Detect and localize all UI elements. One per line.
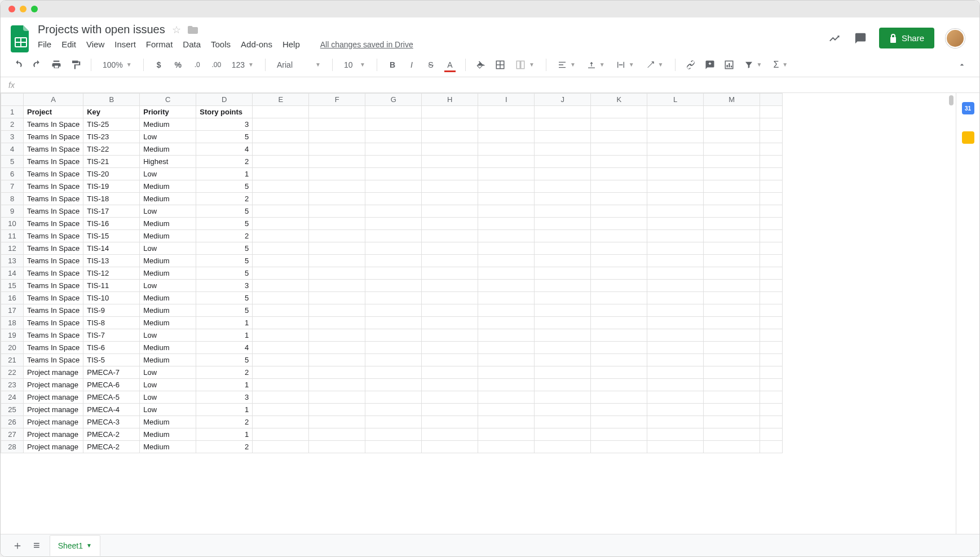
row-header[interactable]: 17	[1, 304, 24, 317]
cell[interactable]	[422, 242, 478, 255]
cell[interactable]	[309, 366, 365, 379]
cell[interactable]	[535, 230, 591, 242]
rotate-icon[interactable]: ▼	[642, 60, 667, 69]
cell[interactable]	[309, 404, 365, 416]
menu-edit[interactable]: Edit	[61, 39, 76, 49]
cell[interactable]	[591, 280, 647, 292]
cell[interactable]	[704, 131, 760, 143]
cell[interactable]: 4	[196, 342, 253, 354]
cell[interactable]	[253, 317, 309, 329]
cell[interactable]: Low	[140, 366, 196, 379]
row-header[interactable]: 12	[1, 242, 24, 255]
cell[interactable]	[422, 342, 478, 354]
cell[interactable]: Low	[140, 379, 196, 391]
cell[interactable]	[535, 354, 591, 366]
cell[interactable]	[253, 156, 309, 168]
cell[interactable]	[591, 242, 647, 255]
cell[interactable]: 1	[196, 317, 253, 329]
cell[interactable]	[591, 416, 647, 428]
row-header[interactable]: 14	[1, 267, 24, 280]
cell[interactable]: PMECA-6	[83, 379, 140, 391]
cell[interactable]: 5	[196, 180, 253, 193]
col-header-L[interactable]: L	[647, 94, 704, 106]
cell[interactable]	[591, 329, 647, 342]
cell[interactable]	[647, 242, 704, 255]
sheets-logo-icon[interactable]	[11, 25, 31, 52]
cell[interactable]	[647, 441, 704, 453]
cell[interactable]	[309, 180, 365, 193]
wrap-icon[interactable]: ▼	[613, 60, 638, 69]
cell[interactable]	[647, 292, 704, 304]
cell[interactable]	[253, 106, 309, 118]
cell[interactable]	[647, 218, 704, 230]
menu-help[interactable]: Help	[282, 39, 300, 49]
cell[interactable]: 1	[196, 379, 253, 391]
cell[interactable]	[535, 441, 591, 453]
cell[interactable]: Teams In Space	[24, 267, 83, 280]
row-header[interactable]: 18	[1, 317, 24, 329]
cell[interactable]	[365, 404, 422, 416]
cell[interactable]	[535, 131, 591, 143]
cell[interactable]: Project manage	[24, 366, 83, 379]
cell[interactable]	[365, 379, 422, 391]
cell[interactable]	[535, 292, 591, 304]
row-header[interactable]: 10	[1, 218, 24, 230]
cell[interactable]: Project manage	[24, 416, 83, 428]
cell[interactable]: 1	[196, 404, 253, 416]
cell[interactable]: Medium	[140, 292, 196, 304]
cell[interactable]: Medium	[140, 267, 196, 280]
menu-view[interactable]: View	[86, 39, 104, 49]
cell[interactable]	[704, 329, 760, 342]
cell[interactable]	[309, 391, 365, 404]
cell[interactable]	[309, 218, 365, 230]
cell[interactable]: Teams In Space	[24, 230, 83, 242]
cell[interactable]: TIS-13	[83, 255, 140, 267]
cell[interactable]	[704, 180, 760, 193]
cell[interactable]	[647, 205, 704, 218]
cell[interactable]	[704, 280, 760, 292]
menu-data[interactable]: Data	[183, 39, 201, 49]
cell[interactable]	[647, 379, 704, 391]
cell[interactable]	[253, 242, 309, 255]
cell[interactable]	[365, 193, 422, 205]
cell[interactable]	[309, 280, 365, 292]
cell[interactable]	[647, 329, 704, 342]
row-header[interactable]: 19	[1, 329, 24, 342]
cell[interactable]	[591, 131, 647, 143]
cell[interactable]: PMECA-4	[83, 404, 140, 416]
cell[interactable]	[309, 118, 365, 131]
cell[interactable]: TIS-17	[83, 205, 140, 218]
cell[interactable]	[478, 218, 535, 230]
cell[interactable]	[647, 118, 704, 131]
cell[interactable]	[422, 193, 478, 205]
cell[interactable]	[422, 218, 478, 230]
cell[interactable]	[422, 267, 478, 280]
cell[interactable]	[535, 379, 591, 391]
cell[interactable]	[535, 416, 591, 428]
cell[interactable]: TIS-7	[83, 329, 140, 342]
cell[interactable]	[647, 354, 704, 366]
cell[interactable]	[647, 428, 704, 441]
cell[interactable]	[309, 329, 365, 342]
col-header-I[interactable]: I	[478, 94, 535, 106]
cell[interactable]	[309, 267, 365, 280]
select-all-corner[interactable]	[1, 94, 24, 106]
cell[interactable]	[704, 156, 760, 168]
cell[interactable]: 1	[196, 428, 253, 441]
col-header-D[interactable]: D	[196, 94, 253, 106]
cell[interactable]	[478, 416, 535, 428]
cell[interactable]: PMECA-7	[83, 366, 140, 379]
cell[interactable]	[309, 292, 365, 304]
increase-decimal-icon[interactable]: .00	[209, 58, 224, 72]
cell[interactable]	[253, 193, 309, 205]
menu-insert[interactable]: Insert	[114, 39, 136, 49]
cell[interactable]	[422, 255, 478, 267]
row-header[interactable]: 2	[1, 118, 24, 131]
cell[interactable]	[422, 441, 478, 453]
col-header-H[interactable]: H	[422, 94, 478, 106]
cell[interactable]: 5	[196, 242, 253, 255]
cell[interactable]	[365, 118, 422, 131]
decrease-decimal-icon[interactable]: .0	[190, 58, 205, 72]
cell[interactable]	[253, 304, 309, 317]
cell[interactable]	[704, 354, 760, 366]
